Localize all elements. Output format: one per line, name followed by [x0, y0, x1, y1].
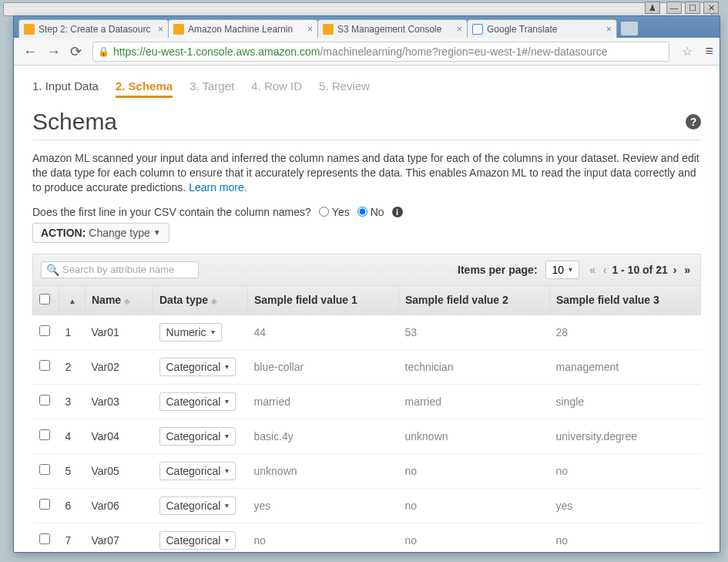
- row-datatype-cell: Numeric ▾: [153, 315, 248, 349]
- row-name: Var05: [86, 453, 153, 488]
- datatype-select[interactable]: Categorical ▾: [159, 392, 237, 411]
- row-index: 1: [59, 315, 86, 349]
- row-datatype-cell: Categorical ▾: [153, 349, 248, 384]
- datatype-select[interactable]: Categorical ▾: [159, 358, 237, 376]
- row-sample1: 44: [248, 315, 399, 349]
- description-text: Amazon ML scanned your input data and in…: [32, 152, 699, 194]
- page-prev-icon[interactable]: ‹: [601, 264, 609, 276]
- row-datatype-cell: Categorical ▾: [153, 453, 248, 488]
- row-sample2: technician: [399, 349, 550, 384]
- schema-table: ▲ Name◆ Data type◆ Sample field value 1 …: [32, 285, 701, 552]
- row-datatype-cell: Categorical ▾: [153, 488, 248, 523]
- datatype-select[interactable]: Categorical ▾: [159, 531, 237, 550]
- radio-no-input[interactable]: [357, 207, 367, 217]
- page-content-scroll[interactable]: 1. Input Data2. Schema3. Target4. Row ID…: [14, 66, 720, 552]
- row-checkbox[interactable]: [39, 325, 50, 336]
- bookmark-star-icon[interactable]: ☆: [682, 44, 693, 59]
- maximize-button[interactable]: ☐: [685, 2, 700, 14]
- items-per-page-label: Items per page:: [458, 264, 537, 276]
- table-row: 2Var02Categorical ▾blue-collartechnician…: [33, 349, 701, 384]
- col-datatype[interactable]: Data type◆: [153, 285, 248, 315]
- row-name: Var01: [86, 315, 153, 349]
- datatype-select[interactable]: Numeric ▾: [159, 323, 222, 342]
- tab-close-icon[interactable]: ×: [606, 24, 612, 35]
- search-input[interactable]: [62, 264, 193, 275]
- tab-close-icon[interactable]: ×: [457, 24, 462, 35]
- row-sample1: unknown: [248, 453, 399, 488]
- reload-button[interactable]: ⟳: [70, 44, 82, 59]
- csv-question-text: Does the first line in your CSV contain …: [32, 206, 311, 218]
- select-all-checkbox[interactable]: [39, 294, 50, 305]
- page-first-icon[interactable]: «: [587, 264, 598, 276]
- datatype-select[interactable]: Categorical ▾: [159, 462, 237, 480]
- datatype-select[interactable]: Categorical ▾: [159, 427, 237, 446]
- wizard-step[interactable]: 4. Row ID: [251, 79, 302, 98]
- row-checkbox[interactable]: [39, 429, 50, 440]
- caret-down-icon: ▾: [225, 466, 229, 475]
- datatype-select[interactable]: Categorical ▾: [159, 496, 237, 515]
- search-box[interactable]: 🔍: [41, 261, 199, 278]
- tab-title: Amazon Machine Learnin: [188, 24, 304, 35]
- radio-yes[interactable]: Yes: [319, 206, 350, 218]
- forward-button[interactable]: →: [46, 44, 60, 59]
- nav-controls: ← → ⟳: [20, 43, 85, 60]
- tab-title: Step 2: Create a Datasourc: [39, 24, 154, 35]
- favicon: [173, 24, 184, 35]
- browser-tab[interactable]: Step 2: Create a Datasourc×: [18, 19, 169, 38]
- row-name: Var04: [86, 419, 153, 453]
- radio-no[interactable]: No: [357, 206, 384, 218]
- back-button[interactable]: ←: [23, 44, 37, 59]
- action-change-type-button[interactable]: ACTION: Change type ▼: [32, 223, 169, 243]
- user-icon[interactable]: ♟: [645, 2, 660, 14]
- caret-down-icon: ▾: [225, 397, 229, 406]
- page-last-icon[interactable]: »: [682, 264, 693, 276]
- menu-button[interactable]: ≡: [705, 43, 713, 59]
- action-label: Change type: [89, 227, 149, 239]
- page-next-icon[interactable]: ›: [671, 264, 679, 276]
- close-window-button[interactable]: ✕: [703, 2, 719, 14]
- row-checkbox-cell: [33, 453, 59, 488]
- row-index: 2: [59, 349, 86, 384]
- radio-no-label: No: [371, 206, 384, 218]
- row-checkbox[interactable]: [39, 464, 50, 475]
- row-checkbox-cell: [33, 419, 59, 453]
- wizard-step[interactable]: 3. Target: [190, 79, 234, 98]
- row-checkbox[interactable]: [39, 395, 50, 406]
- col-sample2: Sample field value 2: [399, 285, 550, 315]
- row-checkbox[interactable]: [39, 499, 50, 510]
- wizard-step[interactable]: 2. Schema: [116, 79, 173, 98]
- row-sample2: no: [399, 453, 550, 488]
- col-index[interactable]: ▲: [59, 285, 86, 315]
- row-sample3: no: [550, 523, 701, 552]
- radio-yes-input[interactable]: [319, 207, 329, 217]
- minimize-button[interactable]: —: [666, 2, 682, 14]
- wizard-step[interactable]: 1. Input Data: [32, 79, 99, 98]
- row-sample2: no: [399, 488, 550, 523]
- address-bar[interactable]: 🔒 https://eu-west-1.console.aws.amazon.c…: [92, 42, 670, 62]
- tab-close-icon[interactable]: ×: [307, 24, 313, 35]
- system-buttons: ♟ — ☐ ✕: [645, 2, 719, 14]
- learn-more-link[interactable]: Learn more.: [189, 181, 247, 194]
- row-datatype-cell: Categorical ▾: [153, 523, 248, 552]
- new-tab-button[interactable]: [621, 22, 638, 35]
- caret-down-icon: ▾: [569, 265, 572, 274]
- browser-tab[interactable]: Amazon Machine Learnin×: [168, 19, 318, 38]
- row-index: 3: [59, 384, 86, 419]
- row-index: 6: [59, 488, 86, 523]
- background-window: [3, 2, 712, 16]
- browser-tab[interactable]: S3 Management Console×: [317, 19, 468, 38]
- search-icon: 🔍: [46, 264, 59, 276]
- row-checkbox[interactable]: [39, 533, 50, 544]
- browser-tab[interactable]: Google Translate×: [467, 19, 617, 38]
- row-sample3: single: [550, 384, 701, 419]
- tab-close-icon[interactable]: ×: [158, 24, 163, 35]
- help-icon[interactable]: ?: [686, 114, 701, 130]
- row-datatype-cell: Categorical ▾: [153, 419, 248, 453]
- table-row: 6Var06Categorical ▾yesnoyes: [33, 488, 701, 523]
- row-checkbox[interactable]: [39, 360, 50, 371]
- wizard-step[interactable]: 5. Review: [319, 79, 370, 98]
- row-sample1: no: [248, 523, 399, 552]
- info-icon[interactable]: i: [392, 207, 403, 217]
- items-per-page-select[interactable]: 10 ▾: [545, 261, 580, 279]
- col-name[interactable]: Name◆: [86, 285, 153, 315]
